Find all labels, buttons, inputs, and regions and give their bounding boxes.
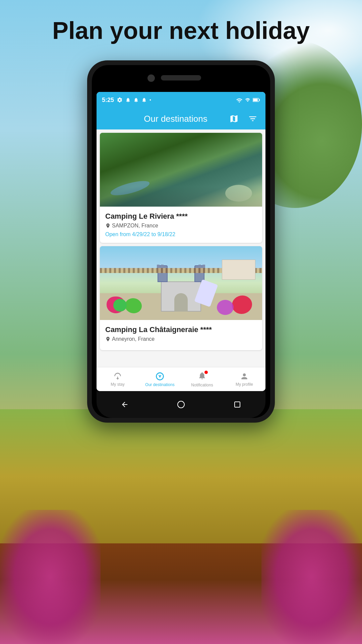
nav-my-stay[interactable]: My stay — [97, 367, 139, 391]
nav-my-profile[interactable]: My profile — [223, 367, 265, 391]
nav-destinations-label: Our destinations — [145, 382, 174, 387]
card-1-image — [100, 133, 262, 207]
nav-my-stay-label: My stay — [111, 382, 124, 387]
back-icon — [121, 400, 129, 409]
map-icon — [229, 114, 239, 123]
svg-rect-2 — [253, 99, 258, 101]
card-1-title: Camping Le Riviera **** — [105, 212, 257, 221]
nav-notifications[interactable]: Notifications — [181, 367, 223, 391]
status-time: 5:25 — [102, 97, 114, 104]
wifi-icon — [236, 97, 243, 103]
app-bar: Our destinations — [97, 108, 265, 129]
bg-flowers-left — [0, 510, 101, 644]
card-2-title: Camping La Châtaigneraie **** — [105, 325, 257, 334]
umbrella-icon — [113, 372, 122, 381]
card-1-location-text: SAMPZON, France — [112, 223, 158, 229]
speaker — [161, 75, 201, 80]
screen: 5:25 • — [97, 92, 265, 391]
location-icon-2 — [105, 336, 111, 342]
card-2-location-text: Anneyron, France — [112, 336, 155, 342]
bottom-nav: My stay Our destinations — [97, 367, 265, 391]
status-bar: 5:25 • — [97, 92, 265, 108]
page-headline: Plan your next holiday — [0, 17, 362, 44]
bg-flowers-right — [261, 510, 362, 644]
nav-notifications-label: Notifications — [191, 383, 213, 387]
person-icon — [240, 372, 249, 381]
nav-profile-label: My profile — [236, 382, 253, 387]
card-2-location: Anneyron, France — [105, 336, 257, 342]
map-button[interactable] — [228, 113, 240, 125]
home-button[interactable] — [174, 398, 188, 411]
camera — [147, 74, 155, 82]
recents-icon — [234, 401, 240, 408]
card-1-dates: Open from 4/29/22 to 9/18/22 — [105, 231, 257, 237]
home-circle-icon — [177, 401, 185, 408]
status-right — [236, 97, 260, 103]
bell3-icon — [141, 97, 147, 103]
notification-badge — [204, 371, 208, 374]
card-1-body: Camping Le Riviera **** SAMPZON, France … — [100, 207, 262, 243]
phone-frame: 5:25 • — [87, 60, 275, 423]
filter-button[interactable] — [247, 113, 259, 125]
phone-nav-bar — [97, 391, 265, 418]
bell1-icon — [125, 97, 131, 103]
svg-rect-1 — [259, 99, 260, 101]
filter-icon — [248, 114, 257, 123]
battery-icon — [253, 98, 260, 102]
compass-icon — [155, 372, 165, 381]
back-button[interactable] — [118, 398, 131, 411]
signal-icon — [245, 97, 251, 103]
destination-card-1[interactable]: Camping Le Riviera **** SAMPZON, France … — [100, 133, 262, 243]
notif-wrapper — [198, 371, 206, 381]
nav-our-destinations[interactable]: Our destinations — [139, 367, 181, 391]
status-left: 5:25 • — [102, 97, 151, 104]
bell2-icon — [133, 97, 139, 103]
svg-marker-5 — [158, 375, 161, 378]
card-1-location: SAMPZON, France — [105, 223, 257, 229]
location-icon-1 — [105, 223, 111, 228]
card-2-body: Camping La Châtaigneraie **** Anneyron, … — [100, 320, 262, 350]
phone-inner: 5:25 • — [92, 65, 270, 418]
settings-icon — [117, 97, 123, 103]
destinations-list: Camping Le Riviera **** SAMPZON, France … — [97, 129, 265, 367]
app-bar-title: Our destinations — [123, 114, 228, 124]
status-dot: • — [149, 97, 151, 103]
app-bar-actions — [228, 113, 259, 125]
recents-button[interactable] — [231, 398, 244, 411]
card-2-image — [100, 246, 262, 320]
destination-card-2[interactable]: Camping La Châtaigneraie **** Anneyron, … — [100, 246, 262, 350]
